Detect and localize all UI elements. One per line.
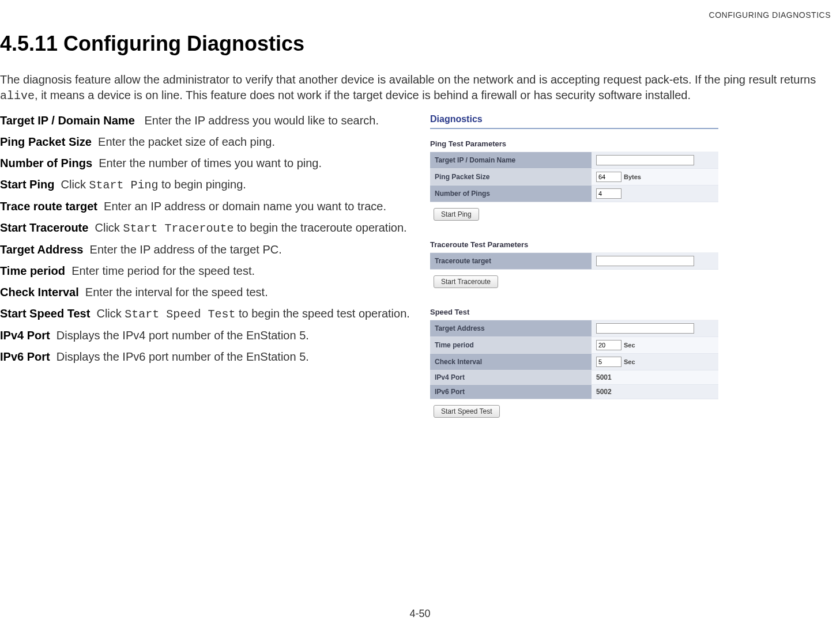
- speed-ipv6-label: IPv6 Port: [430, 385, 592, 399]
- traceroute-target-input[interactable]: [596, 256, 694, 266]
- def-start-ping: Start Ping Click Start Ping to begin pin…: [0, 177, 427, 193]
- ping-packet-size-input[interactable]: [596, 172, 621, 182]
- table-row: Time period Sec: [430, 337, 718, 354]
- def-target-ip: Target IP / Domain Name Enter the IP add…: [0, 113, 427, 128]
- def-check-interval: Check Interval Enter the interval for th…: [0, 285, 427, 300]
- speed-ipv4-value: 5001: [596, 373, 612, 381]
- table-row: Check Interval Sec: [430, 354, 718, 370]
- table-row: Ping Packet Size Bytes: [430, 169, 718, 186]
- table-row: Target Address: [430, 320, 718, 337]
- definitions-column: Target IP / Domain Name Enter the IP add…: [0, 113, 427, 370]
- panel-title-rule: [430, 128, 718, 129]
- intro-paragraph: The diagnosis feature allow the administ…: [0, 72, 840, 104]
- speed-time-period-input[interactable]: [596, 340, 621, 350]
- def-trace-route-target: Trace route target Enter an IP address o…: [0, 199, 427, 214]
- table-row: Number of Pings: [430, 186, 718, 202]
- panel-title: Diagnostics: [430, 114, 718, 124]
- def-start-traceroute: Start Traceroute Click Start Traceroute …: [0, 220, 427, 236]
- start-speed-test-button[interactable]: Start Speed Test: [434, 405, 500, 418]
- speed-table: Target Address Time period Sec Check Int…: [430, 320, 718, 399]
- start-traceroute-button[interactable]: Start Traceroute: [434, 275, 498, 288]
- def-start-speed-test: Start Speed Test Click Start Speed Test …: [0, 306, 427, 322]
- ping-table: Target IP / Domain Name Ping Packet Size…: [430, 152, 718, 202]
- sec-unit: Sec: [624, 358, 635, 365]
- table-row: IPv4 Port 5001: [430, 370, 718, 385]
- intro-pre: The diagnosis feature allow the administ…: [0, 73, 816, 86]
- section-title: 4.5.11 Configuring Diagnostics: [0, 32, 840, 56]
- ping-packet-size-label: Ping Packet Size: [430, 169, 592, 186]
- speed-target-addr-input[interactable]: [596, 323, 694, 334]
- bytes-unit: Bytes: [624, 173, 641, 180]
- speed-check-interval-label: Check Interval: [430, 354, 592, 370]
- traceroute-section-head: Traceroute Test Parameters: [430, 240, 718, 249]
- diagnostics-panel: Diagnostics Ping Test Parameters Target …: [430, 114, 718, 422]
- speed-time-period-label: Time period: [430, 337, 592, 354]
- ping-target-ip-input[interactable]: [596, 155, 694, 165]
- speed-target-addr-label: Target Address: [430, 320, 592, 337]
- def-number-of-pings: Number of Pings Enter the number of time…: [0, 156, 427, 171]
- def-target-address: Target Address Enter the IP address of t…: [0, 242, 427, 258]
- speed-ipv4-label: IPv4 Port: [430, 370, 592, 385]
- def-ipv6-port: IPv6 Port Displays the IPv6 port number …: [0, 349, 427, 365]
- speed-section-head: Speed Test: [430, 308, 718, 316]
- speed-ipv6-value: 5002: [596, 388, 612, 396]
- ping-number-label: Number of Pings: [430, 186, 592, 202]
- def-time-period: Time period Enter time period for the sp…: [0, 263, 427, 279]
- intro-post: , it means a device is on line. This fea…: [35, 89, 691, 101]
- ping-number-input[interactable]: [596, 188, 621, 199]
- traceroute-table: Traceroute target: [430, 252, 718, 270]
- page-number: 4-50: [0, 608, 840, 620]
- ping-section-head: Ping Test Parameters: [430, 139, 718, 148]
- speed-check-interval-input[interactable]: [596, 357, 621, 367]
- running-header: CONFIGURING DIAGNOSTICS: [709, 10, 831, 20]
- def-ping-packet-size: Ping Packet Size Enter the packet size o…: [0, 134, 427, 150]
- start-ping-button[interactable]: Start Ping: [434, 208, 479, 221]
- traceroute-target-label: Traceroute target: [430, 253, 592, 270]
- def-ipv4-port: IPv4 Port Displays the IPv4 port number …: [0, 328, 427, 343]
- ping-target-ip-label: Target IP / Domain Name: [430, 152, 592, 169]
- table-row: Target IP / Domain Name: [430, 152, 718, 169]
- intro-code: alive: [0, 89, 35, 103]
- table-row: Traceroute target: [430, 253, 718, 270]
- sec-unit: Sec: [624, 342, 635, 349]
- table-row: IPv6 Port 5002: [430, 385, 718, 399]
